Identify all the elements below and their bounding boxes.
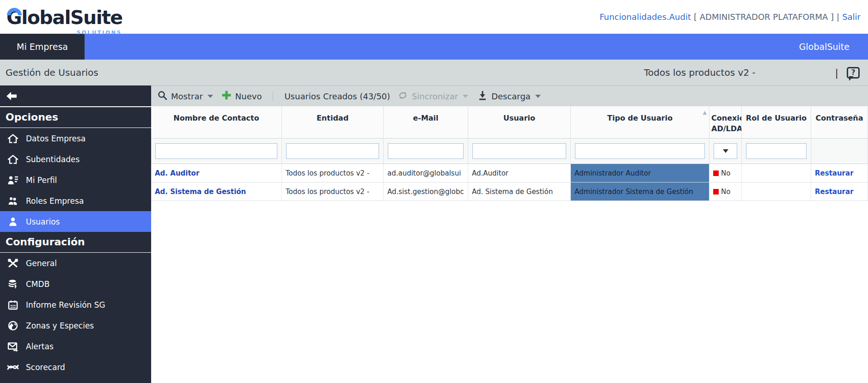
filter-input-tipo-de-usuario[interactable]	[575, 143, 705, 159]
user-name-link[interactable]: Ad. Sistema de Gestión	[155, 188, 246, 196]
user-name-link[interactable]: Ad. Auditor	[155, 169, 199, 177]
col-header-conexion-adldap[interactable]: Conexión AD/LDAP	[709, 106, 742, 139]
breadcrumb-bar: Gestión de Usuarios Todos los productos …	[0, 60, 868, 85]
sidebar-item-scorecard[interactable]: Scorecard	[0, 357, 151, 377]
sidebar-item-informe-revision-sg[interactable]: Informe Revisión SG	[0, 294, 151, 315]
sidebar-item-datos-empresa[interactable]: Datos Empresa	[0, 128, 151, 149]
cell-tipo-de-usuario: Administrador Sistema de Gestión	[571, 182, 709, 201]
sidebar-item-alertas[interactable]: Alertas	[0, 336, 151, 357]
sidebar-item-label: Zonas y Especies	[26, 321, 94, 330]
status-red-icon	[713, 189, 719, 195]
sidebar-item-mi-perfil[interactable]: Mi Perfil	[0, 170, 151, 190]
back-arrow-icon[interactable]	[6, 91, 18, 101]
mail-icon	[7, 341, 19, 352]
cell-tipo-de-usuario: Administrador Auditor	[571, 164, 709, 182]
sidebar-item-label: General	[26, 259, 57, 268]
table-filter-row	[151, 139, 868, 164]
tab-mi-empresa[interactable]: Mi Empresa	[0, 34, 85, 60]
col-header-label: Tipo de Usuario	[607, 114, 672, 122]
sidebar-item-label: Subentidades	[26, 155, 79, 164]
app-header: GlobalSuite SOLUTIONS Funcionalidades.Au…	[0, 0, 868, 34]
col-header-nombre-de-contacto[interactable]: Nombre de Contacto	[151, 106, 282, 139]
restaurar-link[interactable]: Restaurar	[815, 188, 854, 196]
plus-icon	[221, 90, 232, 102]
cell-conexion-adldap: No	[709, 182, 742, 201]
filter-cell-empty	[811, 139, 868, 164]
sidebar-item-zonas-y-especies[interactable]: Zonas y Especies	[0, 315, 151, 336]
conexion-value: No	[721, 169, 730, 177]
download-icon	[477, 90, 488, 103]
links-separator: |	[837, 12, 839, 22]
sidebar: Opciones Datos Empresa Subentidades Mi P…	[0, 106, 151, 383]
filter-input-nombre[interactable]	[155, 143, 277, 159]
col-header-tipo-de-usuario[interactable]: Tipo de Usuario ▲	[571, 106, 709, 139]
sidebar-section-opciones: Opciones	[0, 106, 151, 128]
cell-email: ad.auditor@globalsui	[384, 164, 468, 182]
cell-usuario: Ad.Auditor	[468, 164, 571, 182]
help-icon[interactable]: ?	[847, 67, 860, 79]
sidebar-item-label: CMDB	[26, 280, 49, 289]
page-title: Gestión de Usuarios	[6, 67, 98, 78]
sidebar-item-label: Scorecard	[26, 363, 65, 372]
sort-asc-icon: ▲	[703, 109, 707, 116]
sidebar-item-subentidades[interactable]: Subentidades	[0, 149, 151, 170]
sidebar-item-usuarios[interactable]: Usuarios	[0, 211, 151, 232]
logo-text: GlobalSuite	[6, 6, 122, 29]
logout-link[interactable]: Salir	[842, 12, 861, 22]
cell-usuario: Ad. Sistema de Gestión	[468, 182, 571, 201]
crumb-divider: |	[835, 67, 838, 79]
conexion-value: No	[721, 188, 730, 196]
scorecard-icon	[7, 362, 19, 372]
database-icon	[7, 279, 19, 289]
col-header-usuario[interactable]: Usuario	[468, 106, 571, 139]
cell-conexion-adldap: No	[709, 164, 742, 182]
home-icon	[7, 154, 19, 164]
entity-context-label: Todos los productos v2 -	[644, 67, 755, 78]
restaurar-link[interactable]: Restaurar	[815, 169, 854, 177]
search-icon	[158, 91, 167, 102]
main-navbar: Mi Empresa GlobalSuite	[0, 34, 868, 60]
cell-rol-de-usuario	[742, 182, 811, 201]
filter-input-email[interactable]	[388, 143, 464, 159]
sync-icon	[397, 90, 408, 103]
user-session-links: Funcionalidades.Audit [ ADMINISTRADOR PL…	[599, 12, 861, 22]
logo-subtext: SOLUTIONS	[77, 30, 122, 36]
platform-role-label: [ ADMINISTRADOR PLATAFORMA ]	[694, 12, 834, 22]
filter-input-usuario[interactable]	[472, 143, 566, 159]
filter-select-conexion-adldap[interactable]	[714, 143, 737, 159]
mostrar-label: Mostrar	[171, 91, 203, 101]
mostrar-button[interactable]: Mostrar	[158, 91, 213, 102]
sidebar-item-general[interactable]: General	[0, 253, 151, 274]
sincronizar-button: Sincronizar	[397, 90, 468, 103]
col-header-contrasena[interactable]: Contraseña	[811, 106, 868, 139]
table-toolbar: Mostrar Nuevo Usuarios Creados (43/50) S…	[151, 85, 868, 106]
table-header-row: Nombre de Contacto Entidad e-Mail Usuari…	[151, 106, 868, 139]
sidebar-section-configuracion: Configuración	[0, 232, 151, 253]
col-header-rol-de-usuario[interactable]: Rol de Usuario	[742, 106, 811, 139]
cell-entidad: Todos los productos v2 -	[282, 164, 384, 182]
user-icon	[7, 217, 19, 227]
descarga-button[interactable]: Descarga	[477, 90, 541, 103]
cell-rol-de-usuario	[742, 164, 811, 182]
chevron-down-icon	[208, 95, 213, 98]
functionality-link[interactable]: Funcionalidades.Audit	[599, 12, 691, 22]
descarga-label: Descarga	[491, 91, 531, 101]
col-header-email[interactable]: e-Mail	[384, 106, 468, 139]
sidebar-item-label: Informe Revisión SG	[26, 300, 105, 310]
col-header-entidad[interactable]: Entidad	[282, 106, 384, 139]
tools-icon	[7, 258, 19, 268]
sidebar-item-label: Usuarios	[26, 217, 60, 226]
nuevo-button[interactable]: Nuevo	[221, 90, 262, 102]
globe-icon	[7, 321, 19, 331]
home-icon	[7, 134, 19, 144]
usuarios-creados-count: Usuarios Creados (43/50)	[284, 91, 390, 101]
filter-input-rol-de-usuario[interactable]	[746, 143, 807, 159]
sidebar-item-label: Alertas	[26, 342, 54, 351]
profile-icon	[7, 175, 19, 185]
sidebar-collapse-cell	[0, 85, 151, 106]
filter-input-entidad[interactable]	[286, 143, 379, 159]
sidebar-item-label: Mi Perfil	[26, 176, 57, 185]
sidebar-item-roles-empresa[interactable]: Roles Empresa	[0, 190, 151, 211]
sidebar-item-cmdb[interactable]: CMDB	[0, 274, 151, 294]
status-red-icon	[713, 170, 719, 176]
